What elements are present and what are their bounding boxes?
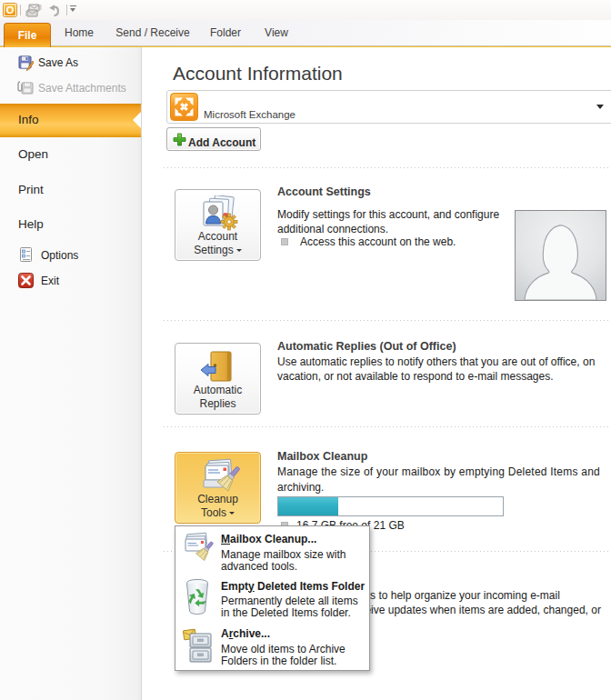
tab-send-receive[interactable]: Send / Receive [111,20,195,45]
cleanup-tools-button[interactable]: CleanupTools [175,452,261,524]
account-selector-label: Microsoft Exchange [204,109,295,120]
qat-separator-2 [66,5,67,15]
options-icon [19,247,33,263]
section-separator-2 [164,320,608,321]
account-settings-body-1: Modify settings for this account, and co… [277,208,499,221]
outlook-app-icon: O [3,3,17,17]
sidebar-item-print[interactable]: Print [18,183,44,196]
sidebar-item-info-label: Info [18,113,39,126]
automatic-replies-body-2: vacation, or not available to respond to… [277,370,554,383]
save-attachments-icon [17,80,35,95]
automatic-replies-button[interactable]: AutomaticReplies [175,343,261,415]
menu-desc-line2: advanced tools. [221,560,297,573]
undo-icon[interactable] [46,4,61,17]
sidebar-item-save-attachments[interactable]: Save Attachments [38,82,126,95]
account-settings-icon [199,195,239,232]
cleanup-tools-button-label: CleanupTools [175,493,260,520]
menu-item-mailbox-cleanup-label: Mailbox Cleanup... [221,533,316,545]
sidebar-item-help[interactable]: Help [18,217,44,231]
sidebar-item-save-as[interactable]: Save As [38,56,78,69]
cleanup-tools-button-line2: Tools [201,506,226,519]
automatic-replies-heading: Automatic Replies (Out of Office) [277,340,456,353]
mailbox-cleanup-body-2: archiving. [277,481,324,494]
send-receive-icon[interactable] [25,4,42,17]
sidebar-item-options[interactable]: Options [41,249,78,262]
automatic-replies-icon [200,350,236,385]
menu-item-empty-deleted-items-desc: Permanently delete all itemsin the Delet… [221,595,358,620]
dropdown-caret-icon-2 [229,512,235,515]
cleanup-tools-menu: Mailbox Cleanup... Manage mailbox size w… [175,525,370,671]
exit-icon [18,273,34,288]
account-settings-button-line2: Settings [194,244,233,256]
page-title: Account Information [173,63,343,85]
menu-desc-line1: Permanently delete all items [221,595,358,607]
mailbox-size-gauge-fill [278,497,338,515]
account-selector[interactable]: Microsoft Exchange [166,90,611,124]
menu-desc-line1: Move old items to Archive [221,643,346,655]
menu-label-pre: Empt [221,580,248,593]
contact-photo-placeholder [515,210,606,301]
account-selector-caret-icon[interactable] [596,105,604,109]
menu-desc-line2: in the Deleted Items folder. [221,606,351,619]
add-account-label: Add Account [188,136,255,149]
tab-file[interactable]: File [4,23,51,47]
menu-item-empty-deleted-items-label: Empty Deleted Items Folder [221,580,365,593]
automatic-replies-button-line1: Automatic [194,384,242,396]
title-bar: O [0,0,611,20]
automatic-replies-body-1: Use automatic replies to notify others t… [277,355,595,368]
qat-separator [20,5,21,15]
account-settings-heading: Account Settings [277,185,371,198]
web-access-text: Access this account on the web. [300,235,456,248]
archive-icon [182,626,213,665]
save-as-icon [18,55,34,71]
menu-label-pre: A [221,627,229,640]
menu-label-post: ailbox Cleanup... [230,533,316,545]
sidebar-item-open[interactable]: Open [18,147,48,161]
mailbox-cleanup-heading: Mailbox Cleanup [277,450,367,463]
menu-item-archive-label: Archive... [221,627,270,640]
sidebar-item-info[interactable]: Info [0,104,141,137]
account-settings-button-line1: Account [198,230,237,243]
menu-label-post: chive... [233,627,270,640]
empty-deleted-items-icon [184,578,211,615]
qat-customize-dropdown-icon[interactable] [70,5,76,6]
menu-label-accesskey: y [248,580,255,593]
menu-item-archive-desc: Move old items to ArchiveFolders in the … [221,644,346,668]
tab-view[interactable]: View [260,20,293,45]
tab-home[interactable]: Home [56,20,102,45]
menu-desc-line1: Manage mailbox size with [221,548,346,561]
backstage-sidebar [0,47,141,700]
section-separator-3 [164,426,608,427]
menu-desc-line2: Folders in the folder list. [221,655,336,667]
menu-label-accesskey: M [221,533,230,545]
qat-customize-caret[interactable] [70,8,75,12]
add-plus-icon [173,133,186,146]
account-settings-button-label: AccountSettings [175,230,260,257]
svg-text:O: O [6,5,15,15]
cleanup-tools-icon [198,457,240,495]
account-settings-button[interactable]: AccountSettings [175,189,261,261]
mailbox-cleanup-icon [182,532,215,565]
web-access-bullet-icon [281,238,288,245]
exchange-icon [170,93,198,121]
mailbox-size-gauge [277,496,504,516]
account-settings-body-2: additional connections. [277,223,388,235]
menu-label-post: Deleted Items Folder [255,580,365,593]
cleanup-tools-button-line1: Cleanup [197,493,238,505]
tab-folder[interactable]: Folder [204,20,247,45]
automatic-replies-button-label: AutomaticReplies [175,384,260,411]
automatic-replies-button-line2: Replies [199,397,235,410]
section-separator-1 [164,167,608,168]
sidebar-item-exit[interactable]: Exit [41,275,59,287]
backstage-main: Account Information [142,47,611,700]
menu-item-mailbox-cleanup-desc: Manage mailbox size withadvanced tools. [221,549,346,574]
dropdown-caret-icon [236,249,242,252]
info-selected-notch [133,112,141,128]
mailbox-cleanup-body-1: Manage the size of your mailbox by empty… [277,465,600,478]
